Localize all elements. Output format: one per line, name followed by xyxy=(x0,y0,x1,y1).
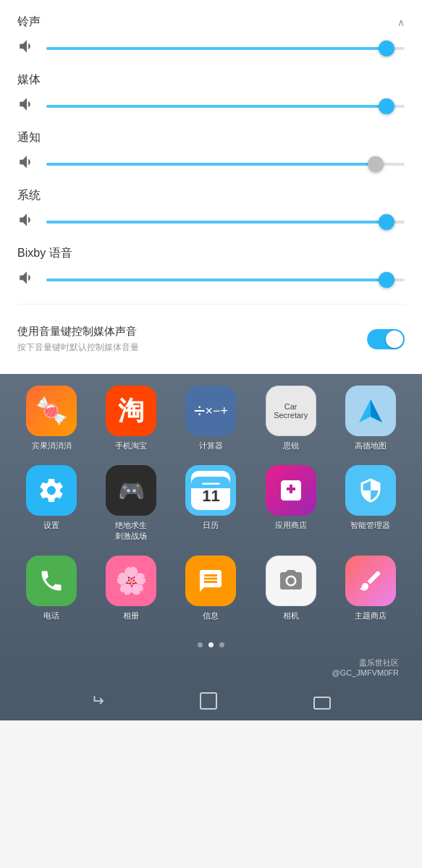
svg-marker-1 xyxy=(371,399,382,422)
appstore-app-icon xyxy=(266,465,316,516)
system-volume-icon xyxy=(17,210,36,233)
list-item[interactable]: 淘 手机淘宝 xyxy=(91,386,171,451)
settings-app-icon xyxy=(26,465,77,516)
media-slider[interactable] xyxy=(46,105,405,108)
ringtone-row: 铃声 ∧ xyxy=(17,14,405,59)
list-item[interactable]: 相机 xyxy=(251,556,331,621)
gallery-app-label: 相册 xyxy=(123,610,139,621)
pubg-app-icon: 🎮 xyxy=(106,465,156,516)
system-label: 系统 xyxy=(17,188,405,203)
bixby-volume-icon xyxy=(17,268,36,291)
page-dot-1[interactable] xyxy=(198,642,203,647)
notification-slider[interactable] xyxy=(46,163,405,166)
watermark: 盖乐世社区 @GC_JMFVM0FR xyxy=(12,655,410,681)
camera-app-label: 相机 xyxy=(283,610,299,621)
page-dot-2[interactable] xyxy=(208,642,214,647)
map-app-icon xyxy=(345,386,396,436)
ringtone-text: 铃声 xyxy=(17,14,41,30)
list-item[interactable]: ▬▬▬ 11 日历 xyxy=(171,465,250,541)
gallery-app-icon: 🌸 xyxy=(106,556,156,606)
chevron-up-icon[interactable]: ∧ xyxy=(397,17,405,28)
media-text: 媒体 xyxy=(17,72,41,88)
car-app-icon: Car Secretary xyxy=(266,386,316,436)
calc-app-icon: ÷×−+ xyxy=(185,386,236,436)
notification-text: 通知 xyxy=(17,130,41,145)
media-control-main: 使用音量键控制媒体声音 xyxy=(17,325,139,339)
bixby-text: Bixby 语音 xyxy=(17,246,72,261)
taobao-app-icon: 淘 xyxy=(106,386,156,436)
ringtone-volume-icon xyxy=(17,37,36,59)
list-item[interactable]: 应用商店 xyxy=(251,465,331,541)
list-item[interactable]: 信息 xyxy=(171,556,250,621)
back-button[interactable]: ↵ xyxy=(91,692,104,710)
media-row: 媒体 xyxy=(17,72,405,117)
media-control-text: 使用音量键控制媒体声音 按下音量键时默认控制媒体音量 xyxy=(17,325,139,354)
media-control-row: 使用音量键控制媒体声音 按下音量键时默认控制媒体音量 xyxy=(17,318,405,357)
theme-app-icon xyxy=(345,556,396,606)
bixby-slider-row xyxy=(17,268,405,291)
media-slider-row xyxy=(17,95,405,117)
bixby-label: Bixby 语音 xyxy=(17,246,405,261)
system-text: 系统 xyxy=(17,188,41,203)
notification-slider-row xyxy=(17,153,405,175)
system-row: 系统 xyxy=(17,188,405,233)
camera-app-icon xyxy=(266,556,316,606)
candy-app-icon: 🍬 xyxy=(26,386,77,436)
system-slider[interactable] xyxy=(46,221,405,224)
system-slider-row xyxy=(17,210,405,233)
divider xyxy=(17,304,405,305)
list-item[interactable]: 智能管理器 xyxy=(331,465,410,541)
phone-app-label: 电话 xyxy=(43,610,59,621)
media-control-sub: 按下音量键时默认控制媒体音量 xyxy=(17,341,139,354)
candy-app-label: 宾果消消消 xyxy=(32,441,72,451)
home-button[interactable] xyxy=(200,692,217,710)
appstore-app-label: 应用商店 xyxy=(275,520,307,530)
phone-app-icon xyxy=(26,556,77,606)
page-indicator xyxy=(12,635,410,655)
list-item[interactable]: ÷×−+ 计算器 xyxy=(171,386,250,451)
notification-volume-icon xyxy=(17,153,36,175)
notification-label: 通知 xyxy=(17,130,405,145)
calendar-app-icon: ▬▬▬ 11 xyxy=(185,465,236,516)
calc-app-label: 计算器 xyxy=(199,441,223,451)
security-app-label: 智能管理器 xyxy=(350,520,390,530)
app-grid: 🍬 宾果消消消 淘 手机淘宝 ÷×−+ 计算器 Car Secretary 思锐… xyxy=(12,386,410,621)
ringtone-slider[interactable] xyxy=(46,47,405,50)
list-item[interactable]: 主题商店 xyxy=(331,556,410,621)
sound-settings-panel: 铃声 ∧ 媒体 通知 xyxy=(0,0,422,374)
list-item[interactable]: 高德地图 xyxy=(331,386,410,451)
pubg-app-label: 绝地求生 刺激战场 xyxy=(115,520,147,541)
bixby-slider[interactable] xyxy=(46,278,405,281)
app-panel: 🍬 宾果消消消 淘 手机淘宝 ÷×−+ 计算器 Car Secretary 思锐… xyxy=(0,374,422,681)
media-volume-icon xyxy=(17,95,36,117)
message-app-label: 信息 xyxy=(203,610,219,621)
list-item[interactable]: 设置 xyxy=(12,465,91,541)
message-app-icon xyxy=(185,556,236,606)
list-item[interactable]: 🎮 绝地求生 刺激战场 xyxy=(91,465,171,541)
taobao-app-label: 手机淘宝 xyxy=(115,441,147,451)
media-label: 媒体 xyxy=(17,72,405,88)
nav-bar: ↵ xyxy=(0,681,422,720)
watermark-line2: @GC_JMFVM0FR xyxy=(12,668,399,677)
list-item[interactable]: 电话 xyxy=(12,556,91,621)
ringtone-slider-row xyxy=(17,37,405,59)
list-item[interactable]: 🌸 相册 xyxy=(91,556,171,621)
bixby-row: Bixby 语音 xyxy=(17,246,405,291)
list-item[interactable]: Car Secretary 思锐 xyxy=(251,386,331,451)
ringtone-label: 铃声 ∧ xyxy=(17,14,405,30)
car-app-label: 思锐 xyxy=(283,441,299,451)
security-app-icon xyxy=(345,465,396,516)
theme-app-label: 主题商店 xyxy=(355,610,387,621)
calendar-app-label: 日历 xyxy=(203,520,219,530)
page-dot-3[interactable] xyxy=(219,642,224,647)
notification-row: 通知 xyxy=(17,130,405,175)
watermark-line1: 盖乐世社区 xyxy=(12,658,399,668)
map-app-label: 高德地图 xyxy=(355,441,387,451)
list-item[interactable]: 🍬 宾果消消消 xyxy=(12,386,91,451)
settings-app-label: 设置 xyxy=(43,520,59,530)
media-volume-toggle[interactable] xyxy=(367,329,405,349)
recent-button[interactable] xyxy=(313,697,331,710)
